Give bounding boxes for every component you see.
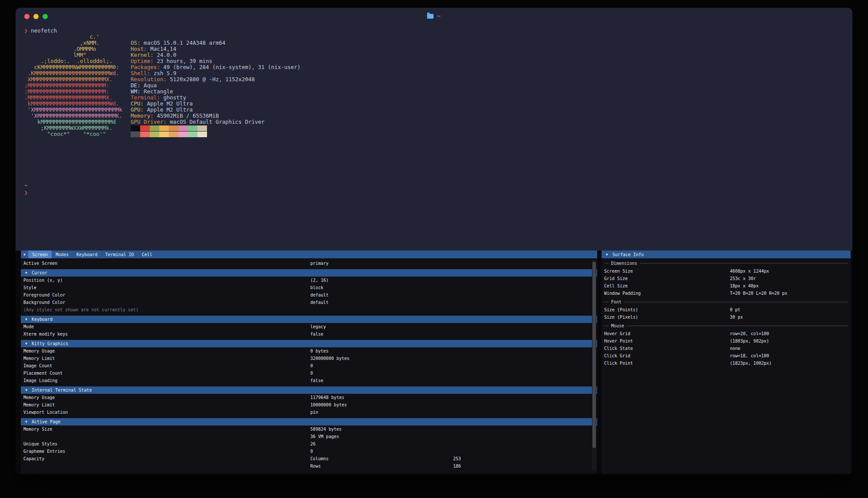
- info-row: Hover Point(1803px, 982px): [602, 337, 851, 345]
- row-value: 36 VM pages: [310, 433, 597, 440]
- info-row: Click Statenone: [602, 345, 851, 352]
- palette-swatch: [150, 132, 159, 137]
- ascii-art-line: 'XMMMMMMMMMMMMMMMMMMMMMMMMMMk: [24, 107, 131, 113]
- row-label: Foreground Color: [23, 291, 310, 299]
- palette-swatch: [178, 132, 188, 137]
- info-row: Click Point(1823px, 1002px): [602, 359, 851, 367]
- section-header-active-page[interactable]: ▼Active Page: [21, 418, 597, 425]
- tab-terminal-io[interactable]: Terminal IO: [101, 251, 138, 258]
- info-label: Packages:: [131, 64, 160, 70]
- ascii-art-line: kMMMMMMMMMMMMMMMMMMMMMMMMWd.: [24, 101, 131, 107]
- section-title: Cursor: [32, 269, 47, 277]
- row-value: 0: [310, 369, 597, 377]
- row-value: 253c x 30r: [730, 275, 851, 282]
- screen-inspector-panel: ▼ ScreenModesKeyboardTerminal IOCell Act…: [21, 251, 597, 474]
- info-value: ghostty: [160, 94, 186, 101]
- row-label: Grapheme Entries: [23, 448, 310, 455]
- terminal-output[interactable]: ❯ neofetch c.' ,xNMM. .OMMMMo lMM" .;lod…: [16, 24, 852, 251]
- info-value: Apple M2 Ultra: [144, 100, 193, 107]
- palette-swatch: [178, 125, 188, 131]
- row-label: Window Padding: [604, 290, 730, 297]
- terminal-window: ~ ❯ neofetch c.' ,xNMM. .OMMMMo lMM" .;l…: [16, 8, 852, 475]
- info-row: Click Gridrow=18, col=100: [602, 352, 851, 359]
- info-row: Foreground Colordefault: [21, 291, 597, 299]
- info-value: Aqua: [141, 82, 157, 89]
- scrollbar[interactable]: [592, 260, 596, 472]
- ascii-art-line: .KMMMMMMMMMMMMMMMMMMMMMMMWd.: [24, 70, 131, 76]
- section-header-keyboard[interactable]: ▼Keyboard: [21, 316, 597, 323]
- row-label: Style: [23, 284, 310, 291]
- row-label: Memory Limit: [23, 401, 310, 409]
- info-label: Host:: [131, 46, 147, 52]
- row-value: 4608px x 1244px: [730, 267, 851, 275]
- info-label: Kernel:: [131, 52, 154, 58]
- info-label: Uptime:: [131, 58, 154, 64]
- info-value: Mac14,14: [147, 46, 177, 52]
- neofetch-output: c.' ,xNMM. .OMMMMo lMM" .;loddo:. .ollod…: [24, 34, 852, 137]
- command-line: ❯ neofetch: [24, 28, 852, 34]
- system-info-line: Uptime: 23 hours, 39 mins: [131, 58, 300, 64]
- info-row: Styleblock: [21, 284, 597, 291]
- tab-screen[interactable]: Screen: [28, 251, 52, 258]
- row-value: 18px x 40px: [730, 282, 851, 290]
- tab-keyboard[interactable]: Keyboard: [72, 251, 101, 258]
- scrollbar-thumb[interactable]: [592, 262, 596, 448]
- row-label: Xterm modify keys: [23, 330, 310, 338]
- row-value: primary: [310, 260, 597, 267]
- ascii-art-line: XMMMMMMMMMMMMMMMMMMMMMMMX.: [24, 76, 131, 82]
- row-value: legacy: [310, 323, 597, 330]
- info-row: Screen Size4608px x 1244px: [602, 267, 851, 275]
- row-value: 320000000 bytes: [310, 355, 597, 362]
- row-label: Image Count: [23, 362, 310, 369]
- palette-swatch: [131, 132, 140, 137]
- disclosure-icon[interactable]: ▼: [21, 251, 28, 258]
- row-value-secondary: 186: [453, 462, 461, 470]
- surface-info-header[interactable]: ▼ Surface Info: [602, 251, 851, 258]
- row-label: Hover Point: [604, 337, 730, 345]
- window-title: ~: [16, 8, 852, 24]
- group-title: Font: [611, 298, 621, 306]
- group-title: Dimensions: [611, 260, 637, 267]
- info-row: Window PaddingT=20 B=20 L=20 R=20 px: [602, 290, 851, 297]
- tab-modes[interactable]: Modes: [52, 251, 72, 258]
- row-value: (1823px, 1002px): [730, 359, 851, 367]
- row-label: Click Grid: [604, 352, 730, 359]
- surface-info-panel: ▼ Surface Info DimensionsScreen Size4608…: [602, 251, 851, 474]
- row-value: false: [310, 377, 597, 384]
- disclosure-icon: ▼: [603, 251, 611, 258]
- palette-swatch: [140, 132, 150, 137]
- row-value: 0: [310, 448, 597, 455]
- disclosure-icon: ▼: [23, 418, 30, 425]
- info-label: Resolution:: [131, 76, 167, 82]
- info-label: GPU:: [131, 106, 144, 113]
- palette-swatch: [159, 125, 169, 131]
- tab-cell[interactable]: Cell: [138, 251, 156, 258]
- row-label: Image Loading: [23, 377, 310, 384]
- ascii-art-line: 'XMMMMMMMMMMMMMMMMMMMMMMMMK.: [24, 113, 131, 119]
- section-header-internal-terminal-state[interactable]: ▼Internal Terminal State: [21, 386, 597, 394]
- row-label: Size (Pixels): [604, 313, 730, 321]
- section-header-kitty-graphics[interactable]: ▼Kitty Graphics: [21, 340, 597, 347]
- row-label: Unique Styles: [23, 440, 310, 448]
- info-value: 45902MiB / 65536MiB: [154, 112, 219, 119]
- row-value: 30 px: [730, 313, 851, 321]
- system-info-line: CPU: Apple M2 Ultra: [131, 101, 300, 107]
- row-value: 26: [310, 440, 597, 448]
- ascii-art-line: kMMMMMMMMMMMMMMMMMMMMMMd: [24, 119, 131, 125]
- titlebar[interactable]: ~: [16, 8, 852, 24]
- row-label: Position (x, y): [23, 277, 310, 284]
- ascii-art: c.' ,xNMM. .OMMMMo lMM" .;loddo:. .ollod…: [24, 34, 131, 137]
- screen-inspector-body: Active Screenprimary▼CursorPosition (x, …: [21, 260, 597, 470]
- palette-row: [131, 125, 300, 131]
- command-text: [28, 27, 31, 34]
- system-info-line: DE: Aqua: [131, 82, 300, 89]
- info-label: Shell:: [131, 70, 150, 76]
- system-info-line: Resolution: 5120x2880 @ -Hz, 1152x2048: [131, 76, 300, 82]
- disclosure-icon: ▼: [23, 316, 30, 323]
- system-info-line: WM: Rectangle: [131, 89, 300, 95]
- section-header-cursor[interactable]: ▼Cursor: [21, 269, 597, 277]
- ascii-art-line: .MMMMMMMMMMMMMMMMMMMMMMMMX.: [24, 95, 131, 101]
- row-value: 10000000 bytes: [310, 401, 597, 409]
- info-label: GPU Driver:: [131, 119, 167, 125]
- folder-icon[interactable]: [427, 14, 434, 19]
